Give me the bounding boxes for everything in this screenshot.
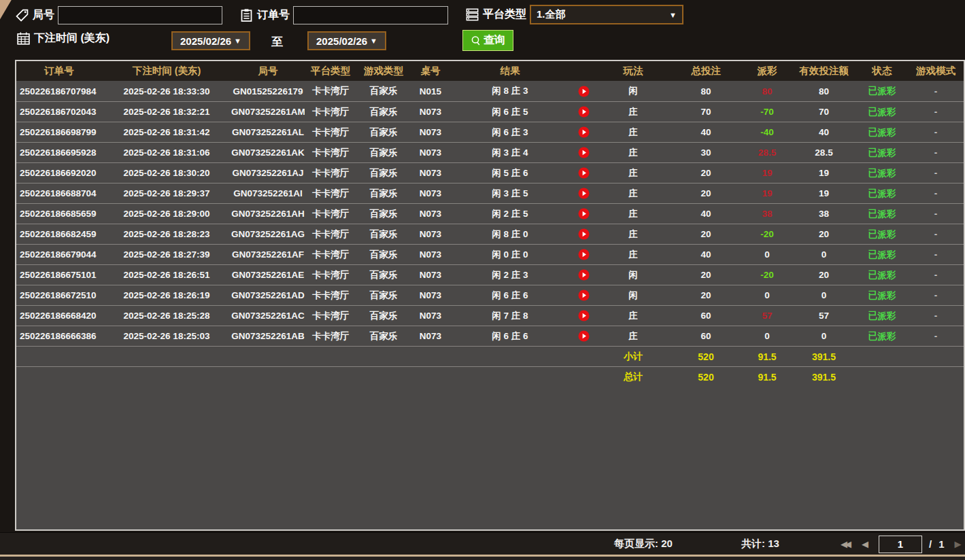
cell-round-no: GN073252261AK <box>231 147 305 158</box>
cell-play-type: 庄 <box>597 147 669 159</box>
cell-payout: -70 <box>743 107 792 117</box>
cell-bet-time: 2025-02-26 18:29:00 <box>102 209 231 219</box>
table-row: 2502261866751012025-02-26 18:26:51GN0732… <box>16 264 964 285</box>
cell-play-type: 闲 <box>597 269 669 281</box>
cell-payout: 0 <box>743 249 792 260</box>
column-header-round_no: 局号 <box>231 65 305 77</box>
cell-bet-time: 2025-02-26 18:31:42 <box>102 127 231 137</box>
cell-order-no: 250226186675101 <box>16 270 102 280</box>
cell-payout: 57 <box>743 311 792 321</box>
cell-order-no: 250226186707984 <box>16 86 102 97</box>
cell-play-type: 庄 <box>597 126 669 139</box>
table-header-row: 订单号下注时间 (美东)局号平台类型游戏类型桌号结果玩法总投注派彩有效投注额状态… <box>16 61 964 81</box>
grand-total-row-label: 总计 <box>597 371 669 383</box>
cell-bet-time: 2025-02-26 18:29:37 <box>102 188 231 198</box>
cell-status: 已派彩 <box>856 290 908 302</box>
cell-order-no: 250226186702043 <box>16 107 102 117</box>
page-number-input[interactable] <box>879 536 922 553</box>
corner-decoration <box>0 0 16 20</box>
cell-table-no: N073 <box>411 147 450 158</box>
platform-type-value: 1.全部 <box>537 8 566 21</box>
replay-play-icon[interactable] <box>570 147 597 158</box>
replay-play-icon[interactable] <box>570 86 597 97</box>
cell-game-type: 百家乐 <box>356 188 411 200</box>
cell-bet-time: 2025-02-26 18:32:21 <box>102 107 231 117</box>
replay-play-icon[interactable] <box>570 290 597 301</box>
cell-platform: 卡卡湾厅 <box>305 147 356 159</box>
replay-play-icon[interactable] <box>570 167 597 179</box>
cell-play-type: 庄 <box>597 249 669 261</box>
cell-payout: -40 <box>743 127 792 137</box>
replay-play-icon[interactable] <box>570 106 597 118</box>
table-row: 2502261866887042025-02-26 18:29:37GN0732… <box>16 183 964 203</box>
replay-play-icon[interactable] <box>570 310 597 321</box>
order-number-input[interactable] <box>293 6 448 24</box>
cell-round-no: GN073252261AD <box>231 290 305 300</box>
bet-time-filter: 下注时间 (美东) <box>16 31 109 46</box>
cell-game-type: 百家乐 <box>356 147 411 159</box>
cell-play-type: 庄 <box>597 208 669 220</box>
cell-game-type: 百家乐 <box>356 126 411 139</box>
cell-total-bet: 60 <box>669 331 743 341</box>
column-header-table_no: 桌号 <box>411 65 450 77</box>
cell-status: 已派彩 <box>856 188 908 200</box>
cell-result: 闲 6 庄 6 <box>450 290 570 302</box>
cell-table-no: N073 <box>411 270 450 280</box>
table-row: 2502261866959282025-02-26 18:31:06GN0732… <box>16 142 964 162</box>
calendar-icon <box>16 31 31 46</box>
cell-payout: 28.5 <box>743 147 792 158</box>
bet-records-screen: 局号 订单号 平台类型 1.全部 ▼ 下注时间 (美东) 2025/02/26 … <box>0 0 965 560</box>
prev-page-button[interactable]: ◀ <box>858 539 872 549</box>
chevron-down-icon: ▼ <box>234 37 241 45</box>
cell-order-no: 250226186688704 <box>16 188 102 198</box>
cell-result: 闲 3 庄 4 <box>450 147 570 159</box>
cell-platform: 卡卡湾厅 <box>305 167 356 179</box>
cell-platform: 卡卡湾厅 <box>305 208 356 220</box>
subtotal-row-valid-bet: 391.5 <box>792 351 856 362</box>
replay-play-icon[interactable] <box>570 330 597 342</box>
cell-bet-time: 2025-02-26 18:25:03 <box>102 331 231 341</box>
cell-total-bet: 40 <box>669 209 743 219</box>
cell-valid-bet: 0 <box>792 331 856 341</box>
cell-table-no: N073 <box>411 249 450 260</box>
table-row: 2502261866663862025-02-26 18:25:03GN0732… <box>16 326 964 346</box>
replay-play-icon[interactable] <box>570 249 597 260</box>
cell-result: 闲 2 庄 3 <box>450 269 570 281</box>
cell-order-no: 250226186695928 <box>16 147 102 158</box>
replay-play-icon[interactable] <box>570 188 597 199</box>
date-from-select[interactable]: 2025/02/26 ▼ <box>171 31 250 50</box>
cell-table-no: N073 <box>411 168 450 178</box>
cell-total-bet: 40 <box>669 249 743 260</box>
replay-play-icon[interactable] <box>570 228 597 240</box>
cell-status: 已派彩 <box>856 269 908 281</box>
table-row: 2502261866920202025-02-26 18:30:20GN0732… <box>16 162 964 183</box>
round-number-input[interactable] <box>58 6 222 24</box>
date-to-select[interactable]: 2025/02/26 ▼ <box>307 31 386 50</box>
cell-game-type: 百家乐 <box>356 85 411 97</box>
platform-type-label: 平台类型 <box>483 7 526 22</box>
cell-valid-bet: 80 <box>792 86 856 97</box>
cell-game-mode: - <box>908 249 964 260</box>
platform-type-select[interactable]: 1.全部 ▼ <box>530 5 683 24</box>
cell-table-no: N073 <box>411 311 450 321</box>
search-icon <box>471 35 481 46</box>
cell-order-no: 250226186668420 <box>16 311 102 321</box>
replay-play-icon[interactable] <box>570 126 597 138</box>
replay-play-icon[interactable] <box>570 208 597 220</box>
query-button[interactable]: 查询 <box>462 30 513 51</box>
cell-status: 已派彩 <box>856 126 908 139</box>
bet-time-label: 下注时间 (美东) <box>34 31 109 46</box>
cell-result: 闲 7 庄 8 <box>450 310 570 322</box>
column-header-total_bet: 总投注 <box>669 65 743 77</box>
grand-total-row-total-bet: 520 <box>669 372 743 383</box>
column-header-result: 结果 <box>450 65 570 77</box>
first-page-button[interactable]: ◀◀ <box>838 539 851 549</box>
cell-play-type: 庄 <box>597 228 669 241</box>
cell-play-type: 庄 <box>597 188 669 200</box>
pager-controls: ◀◀ ◀ / 1 ▶ ▶▶ <box>838 536 965 553</box>
replay-play-icon[interactable] <box>570 269 597 281</box>
cell-game-type: 百家乐 <box>356 290 411 302</box>
total-pages-label: 1 <box>938 538 944 550</box>
order-number-label: 订单号 <box>257 8 290 22</box>
next-page-button[interactable]: ▶ <box>951 539 965 549</box>
